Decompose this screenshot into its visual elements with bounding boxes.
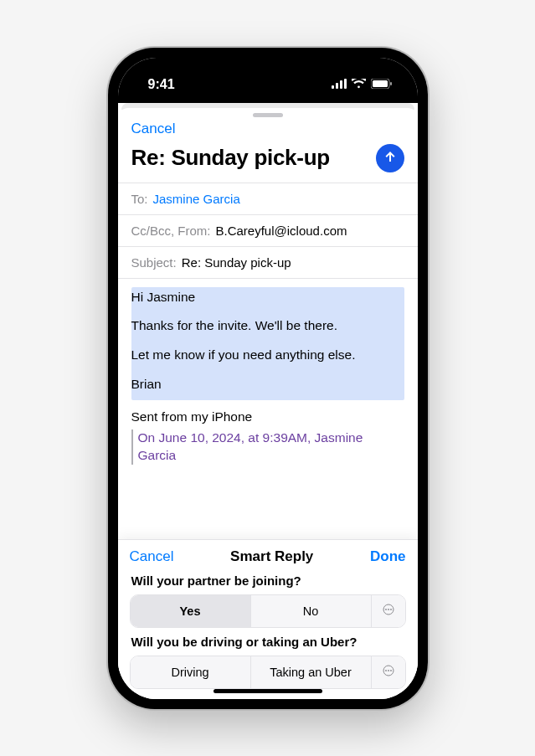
smart-reply-options-2: Driving Taking an Uber	[130, 656, 406, 689]
phone-frame: 9:41 Cancel Re: Sunday pick-up	[108, 48, 428, 709]
quoted-header: On June 10, 2024, at 9:39AM, Jasmine Gar…	[131, 429, 404, 465]
compose-sheet: Cancel Re: Sunday pick-up To: Jasmine Ga…	[118, 108, 418, 699]
sheet-grabber[interactable]	[253, 113, 283, 117]
svg-point-10	[390, 609, 392, 610]
subject-value: Re: Sunday pick-up	[182, 255, 291, 270]
to-label: To:	[131, 192, 148, 206]
svg-point-14	[390, 670, 392, 671]
battery-icon	[371, 77, 393, 92]
home-indicator[interactable]	[213, 689, 322, 693]
smart-reply-panel: Cancel Smart Reply Done Will your partne…	[118, 539, 418, 699]
dynamic-island	[222, 71, 314, 96]
svg-rect-2	[340, 80, 342, 89]
more-options-button-1[interactable]	[372, 595, 405, 627]
wifi-icon	[352, 77, 366, 92]
subject-field[interactable]: Subject: Re: Sunday pick-up	[118, 246, 418, 279]
option-yes[interactable]: Yes	[131, 595, 251, 627]
subject-label: Subject:	[131, 255, 177, 270]
svg-point-9	[388, 609, 389, 610]
body-greeting: Hi Jasmine	[131, 289, 404, 306]
body-line-1: Thanks for the invite. We'll be there.	[131, 317, 404, 335]
send-button[interactable]	[376, 144, 404, 172]
option-driving[interactable]: Driving	[131, 656, 251, 688]
ellipsis-icon	[383, 604, 394, 619]
from-value: B.Careyful@icloud.com	[216, 224, 347, 238]
svg-point-12	[385, 670, 387, 671]
smart-reply-question-2: Will you be driving or taking an Uber?	[131, 635, 404, 649]
recipient-chip[interactable]: Jasmine Garcia	[153, 192, 240, 206]
ccbcc-from-field[interactable]: Cc/Bcc, From: B.Careyful@icloud.com	[118, 214, 418, 246]
option-no[interactable]: No	[251, 595, 372, 627]
svg-point-8	[385, 609, 387, 610]
smart-reply-title: Smart Reply	[230, 548, 313, 565]
ccbcc-label: Cc/Bcc, From:	[131, 224, 211, 238]
status-time: 9:41	[148, 77, 175, 92]
ellipsis-icon	[383, 665, 394, 680]
smart-reply-cancel-button[interactable]: Cancel	[130, 548, 174, 565]
svg-rect-0	[332, 85, 334, 89]
svg-point-13	[388, 670, 389, 671]
arrow-up-icon	[383, 149, 398, 167]
to-field[interactable]: To: Jasmine Garcia	[118, 183, 418, 214]
body-line-2: Let me know if you need anything else.	[131, 347, 404, 364]
quoted-meta: On June 10, 2024, at 9:39AM, Jasmine Gar…	[138, 430, 363, 462]
screen: 9:41 Cancel Re: Sunday pick-up	[118, 58, 418, 699]
svg-rect-3	[344, 79, 347, 89]
suggested-reply-highlight: Hi Jasmine Thanks for the invite. We'll …	[131, 287, 404, 401]
compose-title: Re: Sunday pick-up	[131, 145, 330, 171]
cancel-button[interactable]: Cancel	[131, 119, 176, 137]
svg-rect-1	[336, 83, 338, 89]
option-uber[interactable]: Taking an Uber	[251, 656, 372, 688]
more-options-button-2[interactable]	[372, 656, 405, 688]
email-body[interactable]: Hi Jasmine Thanks for the invite. We'll …	[118, 279, 418, 539]
body-signoff: Brian	[131, 376, 404, 393]
smart-reply-question-1: Will your partner be joining?	[131, 573, 404, 588]
signal-icon	[332, 77, 347, 92]
smart-reply-options-1: Yes No	[130, 594, 406, 628]
smart-reply-done-button[interactable]: Done	[370, 548, 406, 565]
svg-rect-6	[390, 82, 392, 85]
svg-rect-5	[373, 80, 388, 87]
signature-line: Sent from my iPhone	[131, 409, 404, 426]
